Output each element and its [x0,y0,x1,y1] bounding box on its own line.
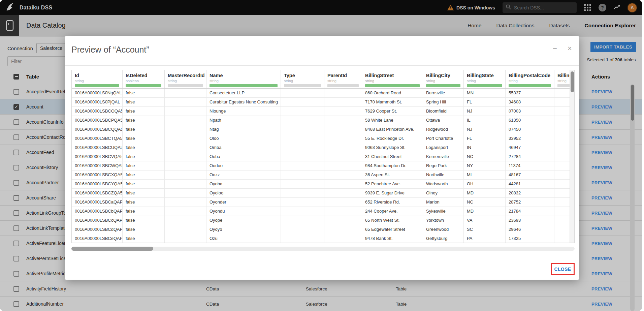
cell [324,143,362,152]
minimize-icon[interactable]: − [553,45,557,52]
preview-table-row: 0016A00000LSBCaQAPfalseOyonder652 Rivers… [72,198,574,207]
cell [324,207,362,216]
cell: Gettysburg [423,234,464,243]
cell: 984 Southampton Dr. [362,161,423,170]
cell [165,189,206,197]
column-header-isdeleted: IsDeletedboolean [123,70,165,88]
cell: Olney [423,189,464,197]
cell [165,180,206,188]
cell: 0016A00000LSBCcQAP [72,216,123,225]
cell [165,170,206,179]
fill-bar-gray [284,84,321,87]
cell: false [123,234,165,243]
cell [281,143,324,152]
cell [324,134,362,143]
cell [165,161,206,170]
cell [281,170,324,179]
cell [281,116,324,125]
cell [324,216,362,225]
preview-table-row: 0016A00000LSBCXQA5falseOozz36 Aspen St.N… [72,170,574,180]
cell: false [123,170,165,179]
app-window: Dataiku DSS ! DSS on Windows ? A [0,0,642,311]
cell: Oyoba [206,180,281,188]
preview-table-row: 0016A00000LSBCOQA5falseNlounge7629 Coope… [72,107,574,116]
table-vscroll-thumb[interactable] [571,71,574,92]
cell: 07003 [506,107,554,116]
column-header-billingpostalcode: BillingPostalCodestring [506,70,554,88]
cell: Kernersville [423,152,464,161]
cell [165,98,206,106]
cell: 28752 [506,198,554,207]
cell [324,89,362,97]
cell: 7629 Cooper St. [362,107,423,116]
cell: FL [464,134,506,143]
cell: 20832 [506,189,554,197]
cell: false [123,89,165,97]
cell [281,198,324,207]
cell [324,98,362,106]
cell: 27284 [506,152,554,161]
cell: MI [464,170,506,179]
column-header-billingcity: BillingCitystring [423,70,464,88]
cell [324,189,362,197]
cell [324,125,362,134]
cell: Ottawa [423,116,464,125]
cell: NY [464,161,506,170]
column-header-billingstate: BillingStatestring [464,70,506,88]
cell: Rego Park [423,161,464,170]
cell: 7170 Mammoth St. [362,98,423,106]
close-icon[interactable]: × [568,45,572,52]
preview-table-row: 0016A00000LSBCZQA5falseOyoloo9039 E. Sug… [72,189,574,198]
preview-table-row: 0016A00000LSBCbQAPfalseOyondu244 Cooper … [72,207,574,216]
cell: Port Charlotte [423,134,464,143]
column-header-name: Namestring [206,70,281,88]
cell: false [123,107,165,116]
cell: Npath [206,116,281,125]
cell: 0016A00000LS0PjQAL [72,98,123,106]
fill-bar-green [467,84,502,87]
cell: 23693 [506,216,554,225]
cell: Oyope [206,216,281,225]
cell: Spring Hill [423,98,464,106]
cell: false [123,143,165,152]
cell: false [123,225,165,234]
cell: Nlounge [206,107,281,116]
cell: false [123,189,165,197]
cell: IL [464,116,506,125]
cell: Omba [206,143,281,152]
cell: 0016A00000LSBCWQA5 [72,161,123,170]
cell: Wadsworth [423,180,464,188]
cell [165,225,206,234]
fill-bar-green [426,84,460,87]
cell: 31 Chestnut Street [362,152,423,161]
table-hscroll-thumb[interactable] [71,247,153,251]
cell [324,198,362,207]
cell: NJ [464,125,506,134]
cell: 58 White Lane [362,116,423,125]
cell [165,207,206,216]
cell: false [123,207,165,216]
cell: false [123,198,165,207]
cell: Northville [423,170,464,179]
column-header-id: Idstring [72,70,123,88]
cell: Ridgewood [423,125,464,134]
table-vertical-scrollbar[interactable] [570,70,574,243]
cell: Burnsville [423,89,464,97]
cell: false [123,134,165,143]
cell [281,234,324,243]
cell: 0016A00000LS0NgQAL [72,89,123,97]
cell: Oyoloo [206,189,281,197]
cell: 0016A00000LSBCTQA5 [72,134,123,143]
cell: 9039 E. Sugar Drive [362,189,423,197]
cell: Oloo [206,134,281,143]
table-horizontal-scrollbar[interactable] [71,247,575,251]
cell: false [123,98,165,106]
close-button[interactable]: CLOSE [554,267,571,272]
cell: 0016A00000LSBCZQA5 [72,189,123,197]
preview-table-row: 0016A00000LS0NgQALfalseConsectetuer LLP8… [72,89,574,98]
cell: 652 Riverside Rd. [362,198,423,207]
cell: NJ [464,107,506,116]
cell: MN [464,89,506,97]
preview-table-row: 0016A00000LSBCVQA5falseOoba31 Chestnut S… [72,152,574,161]
cell: false [123,180,165,188]
